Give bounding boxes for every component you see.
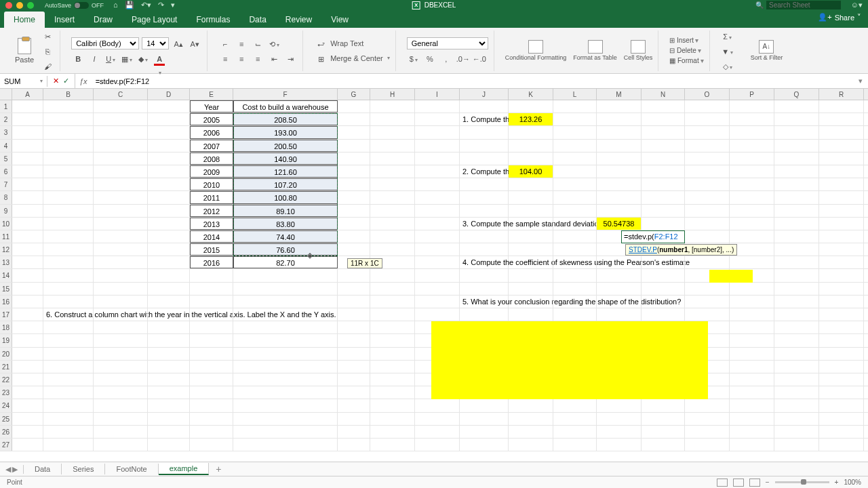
cell[interactable] (370, 334, 415, 346)
cell[interactable] (460, 399, 509, 411)
cell[interactable]: 193.00 (233, 126, 338, 138)
cell[interactable] (370, 386, 415, 399)
cell[interactable] (642, 426, 685, 438)
cell[interactable] (415, 218, 460, 230)
cell[interactable] (415, 439, 460, 451)
cell[interactable] (774, 283, 819, 295)
fill-icon[interactable]: ▼▾ (721, 45, 734, 57)
cell[interactable] (12, 100, 43, 113)
cell[interactable] (43, 269, 94, 281)
cell[interactable] (642, 165, 685, 178)
cell[interactable] (370, 321, 415, 333)
cell[interactable]: 3. Compute the sample standard deviation (460, 218, 509, 230)
cell[interactable] (190, 334, 233, 346)
cell[interactable] (553, 439, 597, 451)
tab-insert[interactable]: Insert (45, 12, 84, 28)
cell[interactable] (597, 413, 642, 425)
column-header[interactable]: C (94, 89, 148, 100)
cell[interactable] (148, 178, 190, 190)
cell[interactable] (509, 399, 553, 411)
cell[interactable] (730, 218, 774, 230)
cell[interactable] (509, 178, 553, 190)
cell[interactable] (43, 426, 94, 438)
cell[interactable] (553, 308, 597, 321)
cell[interactable] (819, 426, 864, 438)
cell[interactable] (12, 426, 43, 438)
column-header[interactable]: B (43, 89, 94, 100)
format-cells-button[interactable]: ▦ Format▾ (669, 57, 703, 64)
cell[interactable] (553, 152, 597, 165)
cell[interactable] (415, 256, 460, 268)
row-header[interactable]: 22 (0, 373, 12, 386)
percent-icon[interactable]: % (423, 52, 437, 64)
cell[interactable] (774, 439, 819, 451)
cell[interactable] (597, 269, 642, 281)
cell[interactable] (730, 308, 774, 321)
cell[interactable] (685, 296, 730, 308)
cell[interactable] (819, 230, 864, 243)
cell[interactable] (338, 243, 370, 256)
cell[interactable] (94, 100, 148, 113)
cut-icon[interactable]: ✂ (41, 30, 54, 42)
column-header[interactable]: Q (774, 89, 819, 100)
column-header[interactable]: H (370, 89, 415, 100)
cell[interactable] (94, 361, 148, 373)
cell[interactable] (509, 230, 553, 243)
cell[interactable] (190, 348, 233, 360)
cell[interactable] (370, 373, 415, 386)
cell[interactable] (338, 100, 370, 113)
tab-view[interactable]: View (321, 12, 358, 28)
cell[interactable] (460, 126, 509, 138)
cell[interactable] (338, 321, 370, 333)
cell[interactable] (43, 413, 94, 425)
cell[interactable]: 2008 (190, 152, 233, 165)
cell[interactable] (730, 178, 774, 190)
cell[interactable] (597, 126, 642, 138)
cell[interactable] (94, 205, 148, 217)
cell[interactable] (338, 296, 370, 308)
add-sheet-button[interactable]: + (209, 464, 228, 474)
row-header[interactable]: 27 (0, 439, 12, 451)
column-header[interactable]: R (819, 89, 864, 100)
cell[interactable] (730, 386, 774, 399)
cell[interactable]: 83.80 (233, 218, 338, 230)
sheet-tab-data[interactable]: Data (24, 464, 62, 474)
cell[interactable] (94, 152, 148, 165)
cell[interactable] (774, 386, 819, 399)
cell[interactable] (819, 152, 864, 165)
cell[interactable] (148, 399, 190, 411)
cell[interactable] (43, 283, 94, 295)
cell[interactable] (94, 296, 148, 308)
row-header[interactable]: 13 (0, 256, 12, 268)
cell[interactable] (94, 413, 148, 425)
font-name-select[interactable]: Calibri (Body) (71, 37, 139, 49)
cell[interactable] (774, 191, 819, 203)
name-box[interactable]: SUM▾ (0, 76, 47, 87)
row-header[interactable]: 3 (0, 126, 12, 138)
tab-page-layout[interactable]: Page Layout (122, 12, 186, 28)
cell[interactable] (190, 361, 233, 373)
cell[interactable] (642, 269, 685, 281)
cell[interactable] (553, 283, 597, 295)
cell[interactable] (233, 308, 338, 321)
cell[interactable] (43, 218, 94, 230)
cell[interactable] (553, 426, 597, 438)
cell[interactable] (415, 230, 460, 243)
cell[interactable] (730, 113, 774, 125)
cell[interactable] (94, 178, 148, 190)
bold-button[interactable]: B (71, 52, 85, 64)
cell[interactable] (819, 321, 864, 333)
cell[interactable] (597, 113, 642, 125)
cell[interactable]: 5. What is your conclusion regarding the… (460, 296, 509, 308)
fill-color-button[interactable]: ◆▾ (136, 52, 150, 64)
cell[interactable]: 2015 (190, 243, 233, 256)
cell[interactable] (460, 243, 509, 256)
cell[interactable] (148, 218, 190, 230)
cell[interactable] (43, 152, 94, 165)
cell[interactable]: 2011 (190, 191, 233, 203)
row-header[interactable]: 25 (0, 413, 12, 425)
cell[interactable] (190, 413, 233, 425)
cell[interactable] (233, 361, 338, 373)
cell[interactable] (730, 399, 774, 411)
cell[interactable] (819, 113, 864, 125)
